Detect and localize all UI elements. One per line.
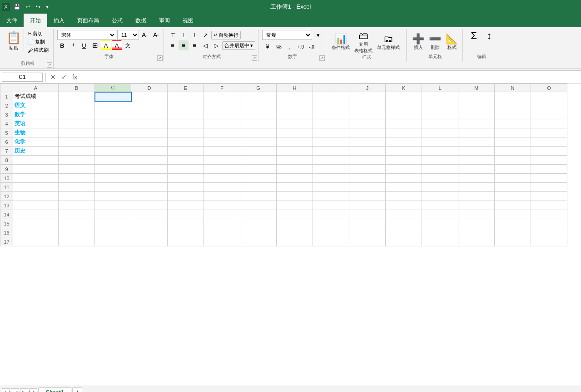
cell-M4[interactable] xyxy=(458,119,495,128)
cell-A10[interactable] xyxy=(13,174,59,183)
cell-A12[interactable] xyxy=(13,192,59,201)
cell-H4[interactable] xyxy=(277,119,313,128)
cell-D9[interactable] xyxy=(131,165,168,174)
cell-L3[interactable] xyxy=(422,110,458,119)
sheet-nav-last[interactable]: ▶▶ xyxy=(29,388,37,392)
wrap-text-button[interactable]: ↵ 自动换行 xyxy=(211,31,241,39)
cell-O16[interactable] xyxy=(531,228,567,237)
cell-E12[interactable] xyxy=(168,192,204,201)
cell-G14[interactable] xyxy=(240,210,277,219)
cell-L9[interactable] xyxy=(422,165,458,174)
cell-C7[interactable] xyxy=(95,147,131,156)
cell-F16[interactable] xyxy=(204,228,240,237)
cell-G13[interactable] xyxy=(240,201,277,210)
cell-O8[interactable] xyxy=(531,156,567,165)
cell-M8[interactable] xyxy=(458,156,495,165)
cell-G7[interactable] xyxy=(240,147,277,156)
cell-C6[interactable] xyxy=(95,137,131,147)
cell-D14[interactable] xyxy=(131,210,168,219)
cell-N14[interactable] xyxy=(495,210,531,219)
merge-button[interactable]: 合并后居中 ▾ xyxy=(222,41,255,50)
cell-B8[interactable] xyxy=(59,156,95,165)
cell-A5[interactable]: 生物 xyxy=(13,128,59,137)
cell-B1[interactable] xyxy=(59,92,95,101)
cell-N13[interactable] xyxy=(495,201,531,210)
dec-inc-button[interactable]: +.0 xyxy=(296,42,306,52)
decrease-font-button[interactable]: A- xyxy=(151,30,161,40)
cell-D6[interactable] xyxy=(131,137,168,147)
indent-inc-button[interactable]: ▷ xyxy=(211,40,221,50)
col-header-M[interactable]: M xyxy=(458,84,495,92)
cell-L1[interactable] xyxy=(422,92,458,101)
cell-M2[interactable] xyxy=(458,101,495,110)
col-header-A[interactable]: A xyxy=(13,84,59,92)
cell-N9[interactable] xyxy=(495,165,531,174)
cell-E16[interactable] xyxy=(168,228,204,237)
cell-D4[interactable] xyxy=(131,119,168,128)
cell-N4[interactable] xyxy=(495,119,531,128)
cell-N17[interactable] xyxy=(495,237,531,246)
cell-J5[interactable] xyxy=(349,128,386,137)
col-header-H[interactable]: H xyxy=(277,84,313,92)
cell-N3[interactable] xyxy=(495,110,531,119)
cell-B15[interactable] xyxy=(59,219,95,228)
insert-function-button[interactable]: fx xyxy=(70,74,79,81)
cell-H8[interactable] xyxy=(277,156,313,165)
cell-D12[interactable] xyxy=(131,192,168,201)
cell-L13[interactable] xyxy=(422,201,458,210)
font-size-select[interactable]: 11 xyxy=(117,30,139,40)
cell-A3[interactable]: 数学 xyxy=(13,110,59,119)
cell-K1[interactable] xyxy=(386,92,422,101)
conditional-format-button[interactable]: 📊 条件格式 xyxy=(330,33,352,52)
row-header-13[interactable]: 13 xyxy=(0,201,13,210)
undo-button[interactable]: ↩ xyxy=(24,3,32,11)
cell-B6[interactable] xyxy=(59,137,95,147)
cell-N1[interactable] xyxy=(495,92,531,101)
cell-I6[interactable] xyxy=(313,137,349,147)
cell-I3[interactable] xyxy=(313,110,349,119)
sheet-grid[interactable]: ABCDEFGHIJKLMNO1考试成绩2语文3数学4英语5生物6化学7历史89… xyxy=(0,83,581,385)
sheet-nav-first[interactable]: ◀◀ xyxy=(2,388,10,392)
cell-L2[interactable] xyxy=(422,101,458,110)
cell-M12[interactable] xyxy=(458,192,495,201)
cell-H15[interactable] xyxy=(277,219,313,228)
cell-D3[interactable] xyxy=(131,110,168,119)
cell-I10[interactable] xyxy=(313,174,349,183)
cell-J1[interactable] xyxy=(349,92,386,101)
cell-F6[interactable] xyxy=(204,137,240,147)
cell-A1[interactable]: 考试成绩 xyxy=(13,92,59,101)
cell-G15[interactable] xyxy=(240,219,277,228)
row-header-8[interactable]: 8 xyxy=(0,156,13,165)
cell-D11[interactable] xyxy=(131,183,168,192)
row-header-11[interactable]: 11 xyxy=(0,183,13,192)
cell-I13[interactable] xyxy=(313,201,349,210)
cell-L5[interactable] xyxy=(422,128,458,137)
cell-E5[interactable] xyxy=(168,128,204,137)
cell-N16[interactable] xyxy=(495,228,531,237)
cell-C3[interactable] xyxy=(95,110,131,119)
cell-D5[interactable] xyxy=(131,128,168,137)
cell-L11[interactable] xyxy=(422,183,458,192)
cell-C8[interactable] xyxy=(95,156,131,165)
cell-I1[interactable] xyxy=(313,92,349,101)
cell-E10[interactable] xyxy=(168,174,204,183)
cell-I12[interactable] xyxy=(313,192,349,201)
cell-J15[interactable] xyxy=(349,219,386,228)
number-format-select[interactable]: 常规 xyxy=(262,30,312,40)
cell-E14[interactable] xyxy=(168,210,204,219)
cell-F13[interactable] xyxy=(204,201,240,210)
cell-O3[interactable] xyxy=(531,110,567,119)
cell-I8[interactable] xyxy=(313,156,349,165)
tab-view[interactable]: 视图 xyxy=(176,14,200,27)
sort-filter-button[interactable]: ↕ xyxy=(482,30,497,42)
border-button[interactable]: ⊞ xyxy=(90,40,100,50)
font-color-button[interactable]: A xyxy=(112,40,122,50)
tab-formula[interactable]: 公式 xyxy=(105,14,129,27)
cell-O15[interactable] xyxy=(531,219,567,228)
cell-B7[interactable] xyxy=(59,147,95,156)
cell-H12[interactable] xyxy=(277,192,313,201)
font-name-select[interactable]: 宋体 xyxy=(57,30,116,40)
bold-button[interactable]: B xyxy=(57,40,67,50)
cell-A7[interactable]: 历史 xyxy=(13,147,59,156)
cut-button[interactable]: ✂ 剪切 xyxy=(26,30,50,38)
